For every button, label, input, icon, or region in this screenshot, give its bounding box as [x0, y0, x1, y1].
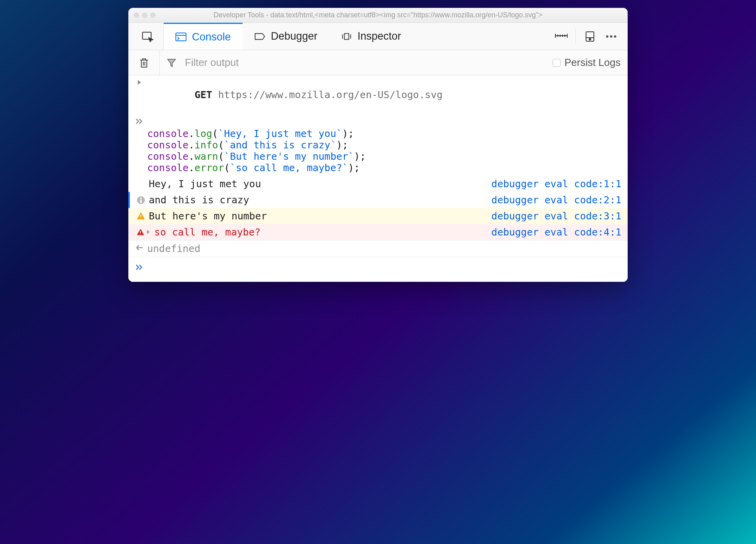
log-location[interactable]: debugger eval code:1:1 — [491, 178, 621, 190]
window-controls — [134, 13, 155, 18]
svg-rect-27 — [140, 234, 141, 235]
persist-logs-label: Persist Logs — [564, 57, 621, 69]
http-method: GET — [194, 89, 212, 100]
more-tools-button[interactable] — [604, 29, 618, 44]
svg-rect-1 — [176, 33, 186, 41]
console-icon — [175, 33, 186, 41]
toolbox-tabs: Console Debugger Inspector — [128, 23, 628, 50]
svg-rect-26 — [140, 231, 141, 233]
persist-logs-checkbox[interactable] — [553, 59, 561, 67]
svg-point-17 — [610, 35, 612, 38]
clear-console-button[interactable] — [128, 50, 160, 75]
console-info-row[interactable]: and this is crazy debugger eval code:2:1 — [128, 192, 628, 208]
devtools-window: Developer Tools - data:text/html,<meta c… — [128, 8, 628, 282]
svg-point-22 — [140, 197, 142, 199]
error-location[interactable]: debugger eval code:4:1 — [491, 226, 621, 238]
persist-logs-toggle[interactable]: Persist Logs — [546, 57, 628, 69]
console-filter-bar: Persist Logs — [128, 50, 628, 75]
filter-toggle-button[interactable] — [160, 58, 183, 68]
tab-debugger[interactable]: Debugger — [243, 23, 329, 50]
svg-point-15 — [589, 38, 591, 40]
return-value: undefined — [147, 243, 621, 254]
tab-console[interactable]: Console — [164, 23, 243, 50]
svg-rect-24 — [141, 215, 141, 217]
toolbox-right-tools — [554, 29, 624, 44]
return-arrow-icon — [131, 243, 147, 251]
network-request-row[interactable]: GET https://www.mozilla.org/en-US/logo.s… — [128, 75, 628, 114]
console-log-row[interactable]: Hey, I just met you debugger eval code:1… — [128, 176, 628, 192]
tab-console-label: Console — [192, 31, 231, 43]
warn-icon — [133, 210, 149, 220]
svg-point-16 — [606, 35, 608, 38]
minimize-window-button[interactable] — [142, 13, 147, 18]
svg-point-18 — [614, 35, 616, 38]
svg-rect-25 — [141, 218, 141, 219]
code-block: console.log(`Hey, I just met you`); cons… — [147, 117, 621, 173]
window-titlebar: Developer Tools - data:text/html,<meta c… — [128, 8, 628, 23]
http-url: https://www.mozilla.org/en-US/logo.svg — [218, 89, 443, 100]
console-error-row[interactable]: so call me, maybe? debugger eval code:4:… — [128, 224, 628, 240]
console-output: GET https://www.mozilla.org/en-US/logo.s… — [128, 75, 628, 282]
console-input-line[interactable] — [147, 263, 621, 274]
info-icon — [133, 194, 149, 204]
prompt-icon — [131, 263, 147, 270]
error-text: so call me, maybe? — [154, 226, 491, 238]
svg-rect-5 — [344, 33, 349, 39]
tab-debugger-label: Debugger — [271, 30, 318, 42]
zoom-window-button[interactable] — [150, 13, 155, 18]
log-text: Hey, I just met you — [149, 178, 491, 190]
input-prompt-icon — [131, 117, 147, 124]
dock-mode-button[interactable] — [583, 29, 597, 44]
info-text: and this is crazy — [149, 194, 491, 206]
tab-inspector-label: Inspector — [358, 30, 401, 42]
window-title: Developer Tools - data:text/html,<meta c… — [128, 11, 628, 19]
error-icon — [133, 226, 154, 236]
close-window-button[interactable] — [134, 13, 139, 18]
expand-error-icon[interactable] — [146, 229, 151, 235]
warn-text: But here's my number — [149, 210, 491, 222]
warn-location[interactable]: debugger eval code:3:1 — [491, 210, 621, 222]
console-input-echo: console.log(`Hey, I just met you`); cons… — [128, 114, 628, 176]
tab-inspector[interactable]: Inspector — [329, 23, 413, 50]
svg-rect-23 — [140, 199, 142, 203]
expand-icon[interactable] — [131, 78, 147, 86]
element-picker-button[interactable] — [132, 23, 164, 50]
console-warn-row[interactable]: But here's my number debugger eval code:… — [128, 208, 628, 224]
inspector-icon — [341, 32, 352, 41]
filter-output-input[interactable] — [183, 55, 546, 70]
info-location[interactable]: debugger eval code:2:1 — [491, 194, 621, 206]
debugger-icon — [254, 32, 265, 41]
responsive-design-button[interactable] — [554, 29, 568, 44]
console-return-row: undefined — [128, 240, 628, 257]
console-prompt[interactable] — [128, 257, 628, 282]
